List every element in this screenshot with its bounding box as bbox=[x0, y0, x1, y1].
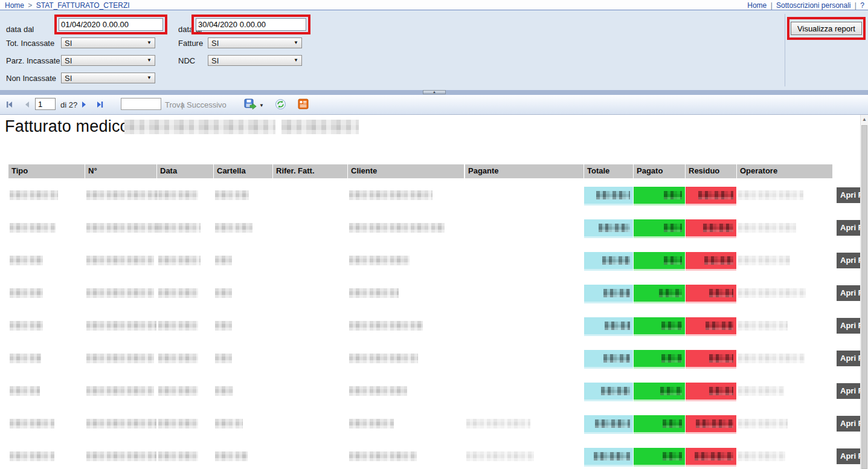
redacted-amount bbox=[663, 452, 682, 461]
column-header-residuo: Residuo bbox=[686, 164, 736, 178]
refresh-button[interactable] bbox=[275, 99, 286, 110]
redacted-operatore bbox=[738, 419, 788, 429]
redacted-amount bbox=[603, 289, 630, 297]
data-feed-button[interactable] bbox=[298, 99, 309, 109]
redacted-tipo bbox=[10, 451, 54, 461]
fatture-label: Fatture bbox=[178, 39, 203, 48]
column-header-cliente: Cliente bbox=[348, 164, 464, 178]
column-header-rifer: Rifer. Fatt. bbox=[273, 164, 347, 178]
redacted-numero bbox=[86, 288, 154, 298]
redacted-data bbox=[158, 386, 198, 396]
redacted-amount bbox=[709, 387, 733, 395]
previous-page-button[interactable] bbox=[22, 100, 32, 109]
redacted-operatore bbox=[738, 321, 788, 331]
next-page-button[interactable] bbox=[79, 100, 89, 109]
redacted-amount bbox=[709, 354, 733, 363]
redacted-cartella bbox=[215, 321, 232, 331]
redacted-amount bbox=[698, 191, 733, 199]
redacted-amount bbox=[605, 322, 630, 330]
non-incassate-select[interactable]: SI ▼ bbox=[61, 73, 155, 83]
view-report-button[interactable]: Visualizza report bbox=[791, 22, 862, 35]
parameters-splitter: ▲ bbox=[0, 90, 868, 95]
redacted-numero bbox=[86, 256, 154, 265]
redacted-cliente bbox=[349, 354, 418, 363]
pagato-amount-cell bbox=[634, 219, 685, 236]
redacted-operatore bbox=[738, 386, 784, 396]
find-input[interactable] bbox=[121, 98, 161, 110]
redacted-cartella bbox=[215, 354, 232, 363]
totale-amount-cell bbox=[584, 448, 633, 465]
redacted-amount bbox=[696, 419, 733, 428]
ndc-value: SI bbox=[211, 56, 219, 65]
redacted-cartella bbox=[215, 288, 232, 298]
redacted-amount bbox=[703, 224, 733, 232]
fatture-select[interactable]: SI ▼ bbox=[208, 37, 302, 48]
redacted-cartella bbox=[215, 256, 232, 265]
date-from-input[interactable] bbox=[59, 18, 163, 31]
breadcrumb-home-link[interactable]: Home bbox=[5, 1, 24, 10]
non-incassate-label: Non Incassate bbox=[6, 74, 56, 83]
breadcrumb: Home > STAT_FATTURATO_CTERZI bbox=[5, 1, 130, 10]
tot-incassate-select[interactable]: SI ▼ bbox=[61, 37, 155, 48]
redacted-amount bbox=[595, 419, 630, 428]
parz-incassate-select[interactable]: SI ▼ bbox=[61, 55, 155, 66]
annotation-box-date-from bbox=[54, 15, 167, 34]
redacted-operatore bbox=[738, 288, 806, 298]
redacted-data bbox=[158, 288, 198, 298]
report-toolbar: di 2? Trova | Successivo ▼ bbox=[0, 95, 868, 115]
redacted-data bbox=[158, 223, 201, 233]
first-page-button[interactable] bbox=[5, 100, 14, 109]
link-separator: | bbox=[853, 1, 858, 10]
redacted-operatore bbox=[738, 256, 790, 265]
pagato-amount-cell bbox=[634, 448, 685, 465]
date-to-input[interactable] bbox=[196, 18, 306, 31]
fatture-value: SI bbox=[211, 39, 219, 48]
collapse-parameters-handle[interactable]: ▲ bbox=[423, 90, 446, 94]
page-number-input[interactable] bbox=[35, 98, 56, 110]
redacted-cartella bbox=[215, 190, 249, 200]
pagato-amount-cell bbox=[634, 285, 685, 302]
redacted-cliente bbox=[349, 256, 410, 265]
redacted-numero bbox=[86, 321, 156, 331]
redacted-tipo bbox=[10, 321, 43, 331]
chevron-down-icon: ▼ bbox=[147, 76, 152, 80]
pagato-amount-cell bbox=[634, 187, 685, 204]
export-save-icon[interactable] bbox=[244, 99, 257, 111]
parz-incassate-value: SI bbox=[65, 56, 72, 65]
redacted-amount bbox=[601, 387, 630, 395]
page-count-label: di 2? bbox=[60, 100, 77, 109]
find-next-button[interactable]: Successivo bbox=[187, 100, 227, 109]
vertical-scrollbar[interactable]: ▲ bbox=[860, 115, 868, 469]
personal-subscriptions-link[interactable]: Sottoscrizioni personali bbox=[776, 1, 850, 10]
redacted-cliente bbox=[349, 288, 399, 298]
pagato-amount-cell bbox=[634, 317, 685, 334]
redacted-data bbox=[158, 451, 198, 461]
column-header-numero: N° bbox=[85, 164, 156, 178]
redacted-numero bbox=[86, 419, 156, 429]
totale-amount-cell bbox=[584, 317, 633, 334]
report-title: Fatturato medico: bbox=[5, 117, 134, 136]
column-header-data: Data bbox=[157, 164, 213, 178]
scroll-up-icon[interactable]: ▲ bbox=[861, 115, 868, 125]
redacted-numero bbox=[86, 386, 154, 396]
scrollbar-thumb[interactable] bbox=[861, 125, 867, 469]
totale-amount-cell bbox=[584, 383, 633, 399]
ndc-select[interactable]: SI ▼ bbox=[208, 55, 302, 66]
date-from-label: data dal bbox=[6, 25, 34, 34]
report-parameters-panel: data dal data al Tot. Incassate SI ▼ Fat… bbox=[0, 10, 868, 90]
redacted-amount bbox=[695, 452, 733, 461]
pagato-amount-cell bbox=[634, 415, 685, 432]
residuo-amount-cell bbox=[686, 252, 736, 269]
redacted-cartella bbox=[215, 451, 248, 461]
residuo-amount-cell bbox=[686, 350, 736, 367]
report-body: Fatturato medico: TipoN°DataCartellaRife… bbox=[0, 115, 868, 469]
last-page-button[interactable] bbox=[95, 100, 104, 109]
column-header-pagante: Pagante bbox=[465, 164, 583, 178]
export-menu-caret-icon[interactable]: ▼ bbox=[259, 103, 264, 108]
home-link[interactable]: Home bbox=[747, 1, 767, 10]
redacted-tipo bbox=[10, 288, 43, 298]
redacted-amount bbox=[664, 224, 682, 232]
redacted-operatore bbox=[738, 451, 785, 461]
help-link[interactable]: ? bbox=[860, 1, 864, 10]
redacted-amount bbox=[594, 452, 630, 461]
